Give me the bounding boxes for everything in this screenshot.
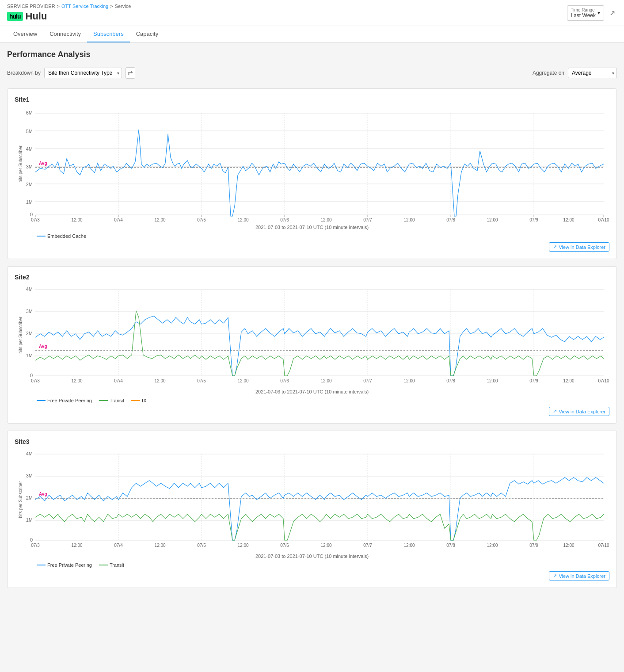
site3-xlabel: 2021-07-03 to 2021-07-10 UTC (10 minute … bbox=[15, 554, 609, 559]
svg-text:12:00: 12:00 bbox=[320, 543, 331, 548]
svg-text:bits per Subscriber: bits per Subscriber bbox=[18, 145, 23, 183]
svg-text:07/6: 07/6 bbox=[280, 543, 289, 548]
svg-text:12:00: 12:00 bbox=[487, 378, 498, 383]
svg-text:4M: 4M bbox=[26, 286, 33, 292]
svg-text:12:00: 12:00 bbox=[320, 378, 331, 383]
site2-chart-card: Site2 4M 3M 2M 1M 0 bits per Subscriber … bbox=[7, 266, 617, 424]
svg-text:4M: 4M bbox=[26, 146, 33, 152]
legend-label-transit-2: Transit bbox=[110, 398, 124, 403]
time-range-content: Time Range Last Week bbox=[571, 8, 596, 19]
svg-text:07/7: 07/7 bbox=[363, 378, 372, 383]
svg-text:12:00: 12:00 bbox=[487, 543, 498, 548]
page-title: Performance Analysis bbox=[7, 50, 617, 59]
site3-chart-card: Site3 4M 3M 2M 1M 0 bits per Subscriber … bbox=[7, 431, 617, 588]
site2-view-explorer-label: View in Data Explorer bbox=[559, 409, 605, 414]
legend-item-embedded-cache: Embedded Cache bbox=[37, 233, 86, 239]
site3-svg: 4M 3M 2M 1M 0 bits per Subscriber Avg bbox=[15, 449, 609, 550]
svg-text:4M: 4M bbox=[26, 451, 33, 456]
page-content: Performance Analysis Breakdown by Site t… bbox=[0, 43, 624, 602]
svg-text:2M: 2M bbox=[26, 495, 33, 500]
svg-text:Avg: Avg bbox=[39, 492, 47, 496]
svg-text:3M: 3M bbox=[26, 309, 33, 314]
site1-svg: 6M 5M 4M 3M 2M 1M 0 bits per Subscriber bbox=[15, 107, 609, 221]
aggregate-select[interactable]: Average Median 95th Percentile bbox=[568, 68, 617, 78]
site1-title: Site1 bbox=[15, 96, 609, 103]
site3-title: Site3 bbox=[15, 438, 609, 445]
legend-line-embedded-cache bbox=[37, 236, 46, 237]
nav-tabs: Overview Connectivity Subscribers Capaci… bbox=[0, 26, 624, 43]
svg-text:12:00: 12:00 bbox=[71, 543, 82, 548]
site3-legend: Free Private Peering Transit bbox=[37, 562, 609, 568]
legend-item-free-private-peering-3: Free Private Peering bbox=[37, 562, 92, 568]
breakdown-label: Breakdown by bbox=[7, 70, 41, 76]
aggregate-label: Aggregate on bbox=[533, 70, 564, 76]
site3-view-explorer-label: View in Data Explorer bbox=[559, 573, 605, 579]
svg-text:07/7: 07/7 bbox=[363, 543, 372, 548]
svg-text:12:00: 12:00 bbox=[71, 218, 82, 221]
site1-container: 6M 5M 4M 3M 2M 1M 0 bits per Subscriber bbox=[15, 107, 609, 230]
tab-connectivity[interactable]: Connectivity bbox=[43, 26, 87, 42]
site1-view-explorer-button[interactable]: ↗ View in Data Explorer bbox=[549, 242, 609, 252]
svg-text:bits per Subscriber: bits per Subscriber bbox=[18, 481, 23, 518]
toolbar-right: Aggregate on Average Median 95th Percent… bbox=[533, 68, 617, 78]
hulu-logo-icon: hulu bbox=[7, 12, 23, 21]
svg-text:0: 0 bbox=[30, 373, 33, 378]
svg-text:5M: 5M bbox=[26, 129, 33, 134]
svg-text:0: 0 bbox=[30, 537, 33, 542]
svg-text:07/10: 07/10 bbox=[598, 543, 609, 548]
tab-overview[interactable]: Overview bbox=[7, 26, 43, 42]
header-right: Time Range Last Week ▾ ↗ bbox=[567, 5, 617, 21]
svg-text:07/9: 07/9 bbox=[529, 378, 538, 383]
svg-text:07/9: 07/9 bbox=[529, 543, 538, 548]
svg-text:12:00: 12:00 bbox=[154, 218, 165, 221]
svg-text:07/8: 07/8 bbox=[446, 218, 455, 221]
tab-subscribers[interactable]: Subscribers bbox=[87, 26, 130, 42]
svg-text:2M: 2M bbox=[26, 331, 33, 336]
svg-text:07/10: 07/10 bbox=[598, 378, 609, 383]
svg-text:2M: 2M bbox=[26, 182, 33, 187]
tab-capacity[interactable]: Capacity bbox=[130, 26, 165, 42]
legend-item-transit-2: Transit bbox=[99, 398, 124, 403]
site2-view-explorer-button[interactable]: ↗ View in Data Explorer bbox=[549, 407, 609, 416]
legend-label-ix-2: IX bbox=[142, 398, 146, 403]
svg-text:07/3: 07/3 bbox=[31, 378, 40, 383]
site3-view-explorer-area: ↗ View in Data Explorer bbox=[15, 571, 609, 580]
share-button[interactable]: ↗ bbox=[608, 7, 617, 19]
view-explorer-icon: ↗ bbox=[553, 244, 557, 250]
header-logo-area: SERVICE PROVIDER > OTT Service Tracking … bbox=[7, 4, 131, 22]
svg-text:12:00: 12:00 bbox=[154, 378, 165, 383]
svg-text:07/10: 07/10 bbox=[598, 218, 609, 221]
svg-text:1M: 1M bbox=[26, 199, 33, 205]
view-explorer-icon-3: ↗ bbox=[553, 573, 557, 579]
svg-text:07/3: 07/3 bbox=[31, 543, 40, 548]
breadcrumb-tracking[interactable]: OTT Service Tracking bbox=[61, 4, 108, 9]
legend-item-ix-2: IX bbox=[131, 398, 146, 403]
svg-text:07/4: 07/4 bbox=[114, 543, 123, 548]
svg-text:12:00: 12:00 bbox=[563, 218, 574, 221]
svg-text:07/6: 07/6 bbox=[280, 218, 289, 221]
time-range-value: Last Week bbox=[571, 12, 596, 19]
site2-view-explorer-area: ↗ View in Data Explorer bbox=[15, 407, 609, 416]
legend-item-free-private-peering-2: Free Private Peering bbox=[37, 398, 92, 403]
svg-text:1M: 1M bbox=[26, 517, 33, 523]
svg-text:12:00: 12:00 bbox=[403, 218, 415, 221]
site3-container: 4M 3M 2M 1M 0 bits per Subscriber Avg bbox=[15, 449, 609, 559]
toolbar: Breakdown by Site then Connectivity Type… bbox=[7, 65, 617, 81]
breadcrumb-sep2: > bbox=[110, 4, 113, 9]
site1-view-explorer-area: ↗ View in Data Explorer bbox=[15, 242, 609, 252]
toolbar-left: Breakdown by Site then Connectivity Type… bbox=[7, 67, 135, 79]
legend-line-ix-2 bbox=[131, 400, 140, 401]
legend-label-transit-3: Transit bbox=[110, 562, 124, 568]
svg-text:3M: 3M bbox=[26, 164, 33, 169]
swap-button[interactable]: ⇄ bbox=[126, 67, 135, 79]
svg-text:07/5: 07/5 bbox=[197, 543, 206, 548]
site3-view-explorer-button[interactable]: ↗ View in Data Explorer bbox=[549, 571, 609, 580]
site2-container: 4M 3M 2M 1M 0 bits per Subscriber Avg bbox=[15, 284, 609, 394]
time-range-selector[interactable]: Time Range Last Week ▾ bbox=[567, 5, 604, 21]
breakdown-select[interactable]: Site then Connectivity Type bbox=[44, 68, 122, 78]
svg-text:07/4: 07/4 bbox=[114, 218, 123, 221]
legend-label-embedded-cache: Embedded Cache bbox=[47, 233, 86, 239]
svg-text:12:00: 12:00 bbox=[154, 543, 165, 548]
svg-text:07/3: 07/3 bbox=[31, 218, 40, 221]
breadcrumb-provider: SERVICE PROVIDER bbox=[7, 4, 55, 9]
